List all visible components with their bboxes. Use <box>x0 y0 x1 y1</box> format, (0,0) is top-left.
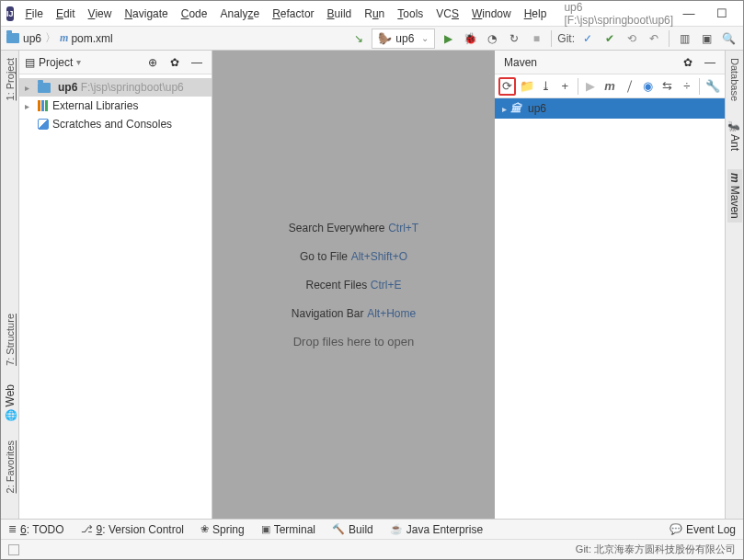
menu-code[interactable]: Code <box>177 6 212 22</box>
toolwindow-project-tab[interactable]: 1: Project <box>5 58 16 100</box>
goto-file-hint: Go to File Alt+Shift+O <box>300 249 407 263</box>
menu-tools[interactable]: Tools <box>393 6 428 22</box>
chevron-down-icon: ⌄ <box>421 33 429 43</box>
toolwindow-favorites-tab[interactable]: 2: Favorites <box>5 440 16 493</box>
project-view-icon: ▤ <box>25 56 35 69</box>
gear-icon[interactable]: ✿ <box>166 53 184 72</box>
scratches-icon <box>38 119 49 130</box>
hide-panel-icon[interactable]: — <box>701 53 719 72</box>
maven-execute-icon[interactable]: m <box>601 77 619 96</box>
breadcrumb-file[interactable]: pom.xml <box>71 32 112 45</box>
menu-vcs[interactable]: VCS <box>431 6 464 22</box>
menu-edit[interactable]: Edit <box>52 6 80 22</box>
ide-tool-icon[interactable]: ▥ <box>675 29 693 48</box>
separator <box>578 78 578 95</box>
select-opened-file-icon[interactable]: ▣ <box>697 29 715 48</box>
maven-project-name: up6 <box>528 102 546 115</box>
maven-add-icon[interactable]: + <box>556 77 574 96</box>
javaee-toolwindow-button[interactable]: ☕ Java Enterprise <box>390 523 483 536</box>
menu-analyze[interactable]: Analyze <box>215 6 264 22</box>
maven-run-icon[interactable]: ▶ <box>582 77 600 96</box>
breadcrumb-root[interactable]: up6 <box>23 32 41 45</box>
spring-toolwindow-button[interactable]: ❀ Spring <box>200 523 245 536</box>
menu-file[interactable]: File <box>21 6 48 22</box>
maven-panel-title: Maven <box>504 56 537 69</box>
git-history-icon[interactable]: ⟲ <box>623 29 641 48</box>
chevron-right-icon: ▸ <box>25 101 34 111</box>
stop-button[interactable]: ■ <box>527 29 545 48</box>
project-root-path: F:\jsp\springboot\up6 <box>81 81 184 94</box>
gear-icon[interactable]: ✿ <box>679 53 697 72</box>
vcs-toolwindow-button[interactable]: ⎇ 9: Version Control <box>81 523 184 536</box>
maven-file-icon: m <box>60 31 68 45</box>
folder-icon <box>38 83 51 93</box>
bug-run-icon: 🦫 <box>378 32 392 45</box>
breadcrumb-separator: 〉 <box>45 30 56 46</box>
maven-toggle-offline-icon[interactable]: ⧸ <box>621 77 638 96</box>
event-log-button[interactable]: 💬 Event Log <box>670 523 736 536</box>
run-config-selector[interactable]: 🦫 up6 ⌄ <box>372 29 435 49</box>
maven-module-icon: 🏛 <box>510 102 521 116</box>
separator <box>551 30 552 47</box>
run-button[interactable]: ▶ <box>439 29 457 48</box>
window-minimize[interactable]: — <box>673 4 704 24</box>
toolwindow-ant-tab[interactable]: 🐜 Ant <box>728 120 741 151</box>
maven-project-node[interactable]: ▸ 🏛 up6 <box>495 98 725 119</box>
menu-view[interactable]: View <box>84 6 117 22</box>
menu-build[interactable]: Build <box>323 6 357 22</box>
menu-refactor[interactable]: Refactor <box>268 6 318 22</box>
separator <box>699 78 700 95</box>
menu-help[interactable]: Help <box>520 6 552 22</box>
maven-download-icon[interactable]: ⤓ <box>537 77 555 96</box>
library-icon <box>38 100 49 111</box>
run-config-name: up6 <box>395 32 414 45</box>
window-close[interactable]: ✕ <box>739 4 744 24</box>
scratches-node[interactable]: Scratches and Consoles <box>19 115 212 133</box>
maven-settings-icon[interactable]: 🔧 <box>704 77 721 96</box>
scratches-label: Scratches and Consoles <box>52 118 172 131</box>
main-menu: File Edit View Navigate Code Analyze Ref… <box>21 6 552 22</box>
build-toolwindow-button[interactable]: 🔨 Build <box>332 523 373 536</box>
search-everywhere-hint: Search Everywhere Ctrl+T <box>289 221 418 234</box>
toolwindow-structure-tab[interactable]: 7: Structure <box>5 314 16 366</box>
maven-collapse-icon[interactable]: ⇆ <box>658 77 676 96</box>
maven-reload-icon[interactable]: ⟳ <box>498 77 516 96</box>
drop-files-hint: Drop files here to open <box>293 335 415 349</box>
git-revert-icon[interactable]: ↶ <box>645 29 663 48</box>
terminal-toolwindow-button[interactable]: ▣ Terminal <box>261 523 315 536</box>
project-panel-title[interactable]: Project <box>39 56 73 69</box>
toolwindow-web-tab[interactable]: 🌐 Web <box>4 384 17 422</box>
search-everywhere-icon[interactable]: 🔍 <box>719 29 738 48</box>
expand-icon[interactable]: ⊕ <box>143 53 162 72</box>
git-update-icon[interactable]: ✓ <box>578 29 597 48</box>
project-root-node[interactable]: ▸ up6 F:\jsp\springboot\up6 <box>19 78 212 97</box>
menu-run[interactable]: Run <box>360 6 389 22</box>
todo-toolwindow-button[interactable]: ≣ 6: TODO <box>8 523 64 536</box>
window-maximize[interactable]: ☐ <box>706 4 738 24</box>
debug-button[interactable]: 🐞 <box>461 29 479 48</box>
maven-show-icon[interactable]: ÷ <box>678 77 695 96</box>
folder-icon <box>6 33 19 43</box>
toolwindow-database-tab[interactable]: Database <box>729 58 740 101</box>
toolwindow-maven-tab[interactable]: m Maven <box>727 169 742 223</box>
build-hammer-icon[interactable]: ↘ <box>349 29 368 48</box>
chevron-down-icon[interactable]: ▾ <box>76 57 81 67</box>
external-libraries-node[interactable]: ▸ External Libraries <box>19 97 212 115</box>
git-commit-icon[interactable]: ✔ <box>601 29 619 48</box>
menu-window[interactable]: Window <box>467 6 516 22</box>
app-icon: IJ <box>6 6 14 21</box>
maven-toggle-skip-icon[interactable]: ◉ <box>640 77 658 96</box>
status-indicator[interactable] <box>8 544 19 555</box>
maven-generate-sources-icon[interactable]: 📁 <box>518 77 535 96</box>
profile-button[interactable]: ↻ <box>505 29 523 48</box>
status-git-text: Git: 北京海泰方圆科技股份有限公司 <box>576 543 736 556</box>
hide-panel-icon[interactable]: — <box>188 53 206 72</box>
project-root-name: up6 <box>58 81 77 94</box>
menu-navigate[interactable]: Navigate <box>120 6 172 22</box>
git-label: Git: <box>557 32 575 45</box>
title-path: up6 [F:\jsp\springboot\up6] <box>564 1 673 27</box>
external-libraries-label: External Libraries <box>52 99 138 112</box>
coverage-button[interactable]: ◔ <box>483 29 501 48</box>
separator <box>669 30 670 47</box>
editor-empty-area[interactable]: Search Everywhere Ctrl+T Go to File Alt+… <box>212 51 495 519</box>
